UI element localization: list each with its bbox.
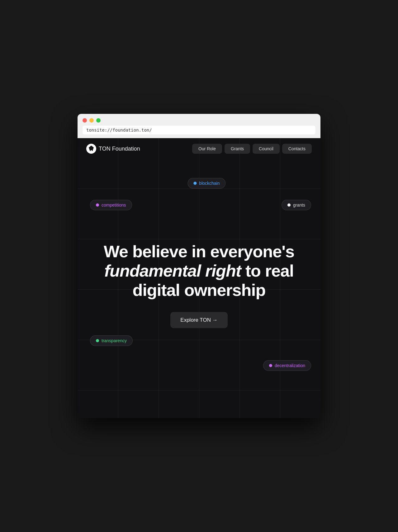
traffic-lights <box>83 118 315 123</box>
nav-our-role[interactable]: Our Role <box>192 144 222 154</box>
headline-italic: fundamental right <box>104 261 241 280</box>
grants-label: grants <box>293 203 305 208</box>
browser-chrome: tonsite://foundation.ton/ <box>78 114 320 138</box>
minimize-button[interactable] <box>89 118 94 123</box>
blockchain-label: blockchain <box>199 181 220 186</box>
brand-subtitle: Foundation <box>111 146 140 152</box>
address-bar[interactable]: tonsite://foundation.ton/ <box>83 126 315 134</box>
decentralization-dot <box>269 364 272 367</box>
nav-grants[interactable]: Grants <box>225 144 250 154</box>
transparency-label: transparency <box>102 338 127 343</box>
explore-button-label: Explore TON → <box>180 317 217 323</box>
tag-competitions[interactable]: competitions <box>90 200 132 210</box>
brand-name: TON <box>99 146 111 152</box>
tag-blockchain[interactable]: blockchain <box>187 178 225 189</box>
close-button[interactable] <box>83 118 87 123</box>
competitions-label: competitions <box>102 203 126 208</box>
tag-grants[interactable]: grants <box>282 200 311 210</box>
logo: TON Foundation <box>86 144 140 154</box>
website-content: TON Foundation Our Role Grants Council C… <box>78 138 320 418</box>
headline-part1: We believe in everyone's <box>104 242 294 261</box>
maximize-button[interactable] <box>96 118 101 123</box>
tag-transparency[interactable]: transparency <box>90 335 133 346</box>
grants-dot <box>287 203 291 207</box>
nav-council[interactable]: Council <box>253 144 280 154</box>
ton-logo-icon <box>86 144 96 154</box>
logo-text: TON Foundation <box>99 146 140 152</box>
hero-headline: We believe in everyone's fundamental rig… <box>90 242 308 300</box>
tag-decentralization[interactable]: decentralization <box>263 360 311 371</box>
decentralization-label: decentralization <box>275 363 305 368</box>
blockchain-dot <box>193 182 197 185</box>
main-nav: Our Role Grants Council Contacts <box>192 144 312 154</box>
competitions-dot <box>96 203 99 207</box>
hero-headline-wrapper: We believe in everyone's fundamental rig… <box>90 242 308 328</box>
explore-button[interactable]: Explore TON → <box>170 312 227 328</box>
transparency-dot <box>96 339 99 342</box>
hero-section: blockchain competitions grants We believ… <box>78 159 320 402</box>
site-header: TON Foundation Our Role Grants Council C… <box>78 138 320 159</box>
browser-window: tonsite://foundation.ton/ <box>78 114 320 418</box>
nav-contacts[interactable]: Contacts <box>282 144 312 154</box>
